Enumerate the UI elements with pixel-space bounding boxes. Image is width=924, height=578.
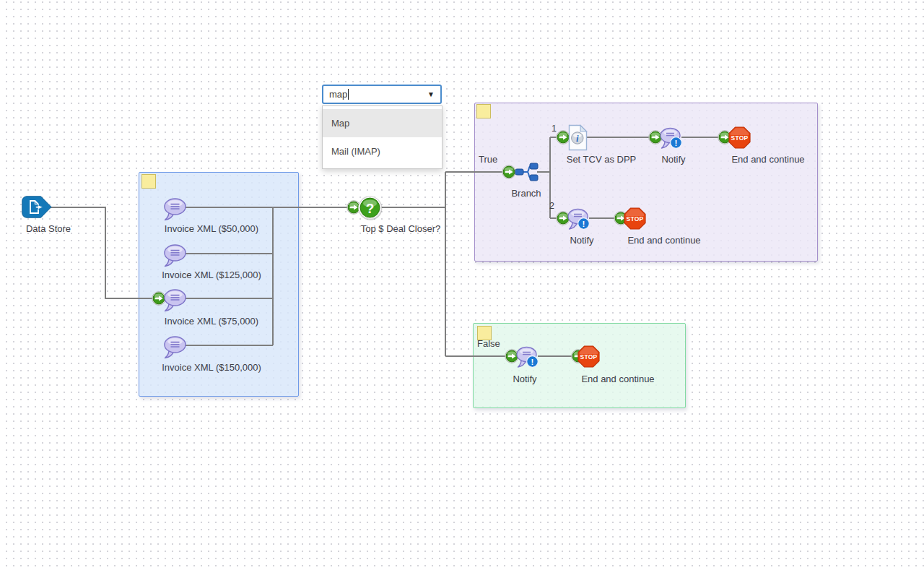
svg-text:!: ! bbox=[583, 220, 585, 228]
shape-label: Invoice XML ($125,000) bbox=[162, 269, 261, 280]
shape-label: Invoice XML ($150,000) bbox=[162, 362, 261, 373]
connector-datastore-to-invoice3 bbox=[43, 207, 154, 298]
text-cursor bbox=[348, 89, 349, 100]
svg-text:STOP: STOP bbox=[627, 215, 644, 223]
shape-label: Invoice XML ($50,000) bbox=[165, 223, 258, 234]
svg-text:i: i bbox=[576, 133, 579, 144]
shape-label: Invoice XML ($75,000) bbox=[165, 316, 258, 327]
chevron-down-icon[interactable]: ▼ bbox=[427, 90, 435, 98]
shape-label: Notify bbox=[661, 154, 685, 165]
notify-icon[interactable]: ! bbox=[566, 208, 592, 233]
edge-label-false: False bbox=[477, 338, 500, 349]
shape-label: End and continue bbox=[627, 235, 700, 246]
dropdown-option-map[interactable]: Map bbox=[323, 109, 442, 137]
svg-text:STOP: STOP bbox=[731, 134, 749, 142]
message-icon[interactable] bbox=[162, 335, 187, 360]
message-icon[interactable] bbox=[162, 288, 187, 313]
shape-search-input[interactable]: map ▼ bbox=[322, 85, 442, 104]
data-store-icon[interactable] bbox=[22, 196, 52, 218]
search-results-dropdown: Map Mail (IMAP) bbox=[322, 105, 443, 169]
svg-text:?: ? bbox=[366, 201, 375, 216]
notify-icon[interactable]: ! bbox=[515, 346, 541, 371]
workflow-canvas[interactable]: Data Store Invoice XML ($50,000) Invoice… bbox=[0, 0, 924, 570]
decision-icon[interactable]: ? bbox=[357, 195, 383, 220]
shape-label: Branch bbox=[511, 188, 541, 199]
svg-text:!: ! bbox=[531, 358, 534, 366]
shape-label: End and continue bbox=[731, 154, 804, 165]
branch-icon[interactable] bbox=[514, 162, 539, 182]
note-icon[interactable] bbox=[476, 104, 491, 118]
stop-icon[interactable]: STOP bbox=[578, 345, 600, 368]
search-input-value: map bbox=[329, 89, 347, 100]
message-icon[interactable] bbox=[162, 243, 187, 268]
svg-text:!: ! bbox=[675, 139, 678, 147]
stop-icon[interactable]: STOP bbox=[728, 126, 751, 149]
stop-icon[interactable]: STOP bbox=[624, 207, 646, 230]
shape-label: Set TCV as DPP bbox=[567, 154, 637, 165]
shape-label: Data Store bbox=[26, 223, 71, 234]
edge-label-true: True bbox=[479, 154, 497, 165]
shape-label: End and continue bbox=[581, 374, 654, 384]
dropdown-option-mail-imap[interactable]: Mail (IMAP) bbox=[323, 137, 442, 165]
shape-label: Top $ Deal Closer? bbox=[361, 223, 441, 234]
branch-index-label: 2 bbox=[549, 201, 554, 211]
notify-icon[interactable]: ! bbox=[658, 127, 684, 152]
set-properties-icon[interactable]: i bbox=[568, 124, 588, 151]
message-icon[interactable] bbox=[162, 197, 187, 222]
shape-label: Notify bbox=[513, 374, 536, 384]
svg-text:STOP: STOP bbox=[580, 353, 598, 361]
shape-label: Notify bbox=[570, 235, 593, 246]
note-icon[interactable] bbox=[141, 174, 156, 189]
